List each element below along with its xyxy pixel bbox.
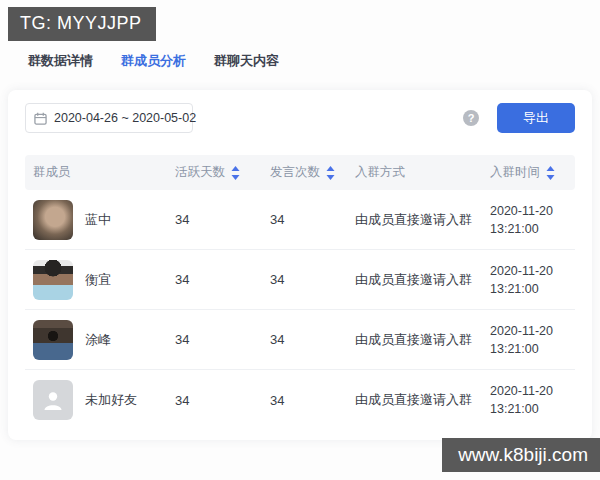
column-header-messages: 发言次数 xyxy=(270,164,355,181)
tab-group-chat-content[interactable]: 群聊天内容 xyxy=(214,52,279,82)
member-cell: 未加好友 xyxy=(25,380,175,420)
sort-icon[interactable] xyxy=(546,166,555,180)
column-header-join-method: 入群方式 xyxy=(355,164,490,181)
join-clock-line: 13:21:00 xyxy=(490,280,575,298)
tab-label: 群聊天内容 xyxy=(214,53,279,68)
member-photo-avatar xyxy=(33,200,73,240)
join-method-value: 由成员直接邀请入群 xyxy=(355,331,490,349)
table-row[interactable]: 蓝中 34 34 由成员直接邀请入群 2020-11-20 13:21:00 xyxy=(25,190,575,250)
join-clock-line: 13:21:00 xyxy=(490,220,575,238)
date-range-picker[interactable]: 2020-04-26 ~ 2020-05-02 xyxy=(25,103,193,133)
tab-bar: 群数据详情 群成员分析 群聊天内容 xyxy=(28,52,307,82)
table-row[interactable]: 未加好友 34 34 由成员直接邀请入群 2020-11-20 13:21:00 xyxy=(25,370,575,430)
sort-icon[interactable] xyxy=(231,166,240,180)
column-label: 入群方式 xyxy=(355,164,405,181)
column-header-member: 群成员 xyxy=(25,164,175,181)
export-button[interactable]: 导出 xyxy=(497,103,575,133)
join-time-value: 2020-11-20 13:21:00 xyxy=(490,202,575,238)
member-cell: 蓝中 xyxy=(25,200,175,240)
tab-label: 群成员分析 xyxy=(121,53,186,68)
date-range-value: 2020-04-26 ~ 2020-05-02 xyxy=(54,111,196,125)
member-name: 蓝中 xyxy=(85,211,111,229)
placeholder-person-icon xyxy=(33,380,73,420)
member-cell: 衡宜 xyxy=(25,260,175,300)
member-name: 衡宜 xyxy=(85,271,111,289)
active-days-value: 34 xyxy=(175,332,270,347)
watermark-badge: www.k8biji.com xyxy=(442,438,600,472)
messages-value: 34 xyxy=(270,272,355,287)
messages-value: 34 xyxy=(270,332,355,347)
messages-value: 34 xyxy=(270,393,355,408)
table-header-row: 群成员 活跃天数 发言次数 xyxy=(25,155,575,190)
join-date-line: 2020-11-20 xyxy=(490,202,575,220)
active-days-value: 34 xyxy=(175,393,270,408)
join-date-line: 2020-11-20 xyxy=(490,262,575,280)
calendar-icon xyxy=(34,112,47,125)
join-method-value: 由成员直接邀请入群 xyxy=(355,211,490,229)
tab-label: 群数据详情 xyxy=(28,53,93,68)
column-header-active-days: 活跃天数 xyxy=(175,164,270,181)
join-clock-line: 13:21:00 xyxy=(490,400,575,418)
join-time-value: 2020-11-20 13:21:00 xyxy=(490,382,575,418)
tab-group-member-analysis[interactable]: 群成员分析 xyxy=(121,52,186,82)
table-row[interactable]: 衡宜 34 34 由成员直接邀请入群 2020-11-20 13:21:00 xyxy=(25,250,575,310)
column-label: 活跃天数 xyxy=(175,164,225,181)
toolbar: 2020-04-26 ~ 2020-05-02 ? 导出 xyxy=(25,103,575,133)
join-method-value: 由成员直接邀请入群 xyxy=(355,391,490,409)
tab-group-data-details[interactable]: 群数据详情 xyxy=(28,52,93,82)
table-row[interactable]: 涂峰 34 34 由成员直接邀请入群 2020-11-20 13:21:00 xyxy=(25,310,575,370)
member-cell: 涂峰 xyxy=(25,320,175,360)
column-label: 群成员 xyxy=(33,164,71,181)
join-clock-line: 13:21:00 xyxy=(490,340,575,358)
column-label: 入群时间 xyxy=(490,164,540,181)
column-header-join-time: 入群时间 xyxy=(490,164,575,181)
active-days-value: 34 xyxy=(175,272,270,287)
active-days-value: 34 xyxy=(175,212,270,227)
column-label: 发言次数 xyxy=(270,164,320,181)
member-name: 涂峰 xyxy=(85,331,111,349)
help-icon[interactable]: ? xyxy=(463,110,479,126)
join-method-value: 由成员直接邀请入群 xyxy=(355,271,490,289)
page: TG: MYYJJPP 群数据详情 群成员分析 群聊天内容 2020-04-26… xyxy=(0,0,600,480)
join-time-value: 2020-11-20 13:21:00 xyxy=(490,262,575,298)
member-table: 群成员 活跃天数 发言次数 xyxy=(25,155,575,430)
member-photo-avatar xyxy=(33,320,73,360)
member-photo-avatar xyxy=(33,260,73,300)
content-card: 2020-04-26 ~ 2020-05-02 ? 导出 群成员 活跃天数 xyxy=(8,90,592,440)
messages-value: 34 xyxy=(270,212,355,227)
member-name: 未加好友 xyxy=(85,391,137,409)
join-time-value: 2020-11-20 13:21:00 xyxy=(490,322,575,358)
join-date-line: 2020-11-20 xyxy=(490,382,575,400)
tg-handle-badge: TG: MYYJJPP xyxy=(8,7,156,41)
join-date-line: 2020-11-20 xyxy=(490,322,575,340)
sort-icon[interactable] xyxy=(326,166,335,180)
